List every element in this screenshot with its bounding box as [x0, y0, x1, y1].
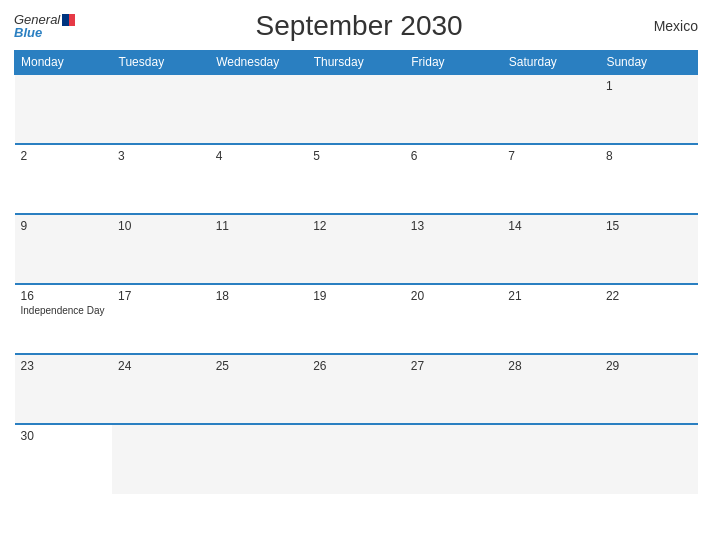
day-number: 19: [313, 289, 399, 303]
calendar-day-cell: 6: [405, 144, 503, 214]
calendar-container: General Blue September 2030 Mexico Monda…: [0, 0, 712, 550]
day-number: 5: [313, 149, 399, 163]
calendar-day-cell: 9: [15, 214, 113, 284]
calendar-day-cell: 22: [600, 284, 698, 354]
calendar-day-cell: 29: [600, 354, 698, 424]
day-number: 2: [21, 149, 107, 163]
calendar-day-cell: 21: [502, 284, 600, 354]
days-header-row: MondayTuesdayWednesdayThursdayFridaySatu…: [15, 51, 698, 75]
day-number: 7: [508, 149, 594, 163]
calendar-week-row: 30: [15, 424, 698, 494]
day-of-week-header: Sunday: [600, 51, 698, 75]
day-number: 29: [606, 359, 692, 373]
calendar-day-cell: [112, 74, 210, 144]
calendar-week-row: 16Independence Day171819202122: [15, 284, 698, 354]
calendar-grid: MondayTuesdayWednesdayThursdayFridaySatu…: [14, 50, 698, 494]
calendar-day-cell: [210, 74, 308, 144]
calendar-day-cell: 19: [307, 284, 405, 354]
calendar-day-cell: [210, 424, 308, 494]
calendar-day-cell: 14: [502, 214, 600, 284]
calendar-day-cell: [112, 424, 210, 494]
day-of-week-header: Saturday: [502, 51, 600, 75]
calendar-day-cell: [405, 424, 503, 494]
calendar-day-cell: 10: [112, 214, 210, 284]
calendar-week-row: 9101112131415: [15, 214, 698, 284]
calendar-day-cell: [600, 424, 698, 494]
day-number: 17: [118, 289, 204, 303]
day-number: 20: [411, 289, 497, 303]
day-number: 18: [216, 289, 302, 303]
calendar-week-row: 23242526272829: [15, 354, 698, 424]
day-number: 22: [606, 289, 692, 303]
calendar-day-cell: 27: [405, 354, 503, 424]
calendar-day-cell: 16Independence Day: [15, 284, 113, 354]
day-number: 26: [313, 359, 399, 373]
calendar-day-cell: 13: [405, 214, 503, 284]
calendar-day-cell: 24: [112, 354, 210, 424]
calendar-day-cell: 23: [15, 354, 113, 424]
day-of-week-header: Thursday: [307, 51, 405, 75]
calendar-day-cell: 20: [405, 284, 503, 354]
calendar-day-cell: 3: [112, 144, 210, 214]
calendar-day-cell: 1: [600, 74, 698, 144]
calendar-day-cell: 28: [502, 354, 600, 424]
calendar-header: General Blue September 2030 Mexico: [14, 10, 698, 42]
calendar-day-cell: 25: [210, 354, 308, 424]
day-number: 15: [606, 219, 692, 233]
day-number: 24: [118, 359, 204, 373]
day-number: 4: [216, 149, 302, 163]
day-number: 13: [411, 219, 497, 233]
calendar-day-cell: 12: [307, 214, 405, 284]
day-of-week-header: Friday: [405, 51, 503, 75]
calendar-day-cell: [15, 74, 113, 144]
calendar-day-cell: 30: [15, 424, 113, 494]
calendar-day-cell: 2: [15, 144, 113, 214]
day-number: 21: [508, 289, 594, 303]
calendar-day-cell: [307, 424, 405, 494]
day-number: 8: [606, 149, 692, 163]
calendar-day-cell: 11: [210, 214, 308, 284]
calendar-day-cell: [502, 74, 600, 144]
day-number: 1: [606, 79, 692, 93]
day-number: 9: [21, 219, 107, 233]
day-of-week-header: Monday: [15, 51, 113, 75]
logo: General Blue: [14, 13, 80, 39]
calendar-day-cell: [502, 424, 600, 494]
day-event: Independence Day: [21, 305, 107, 316]
calendar-day-cell: 5: [307, 144, 405, 214]
calendar-day-cell: [307, 74, 405, 144]
day-number: 16: [21, 289, 107, 303]
calendar-day-cell: 17: [112, 284, 210, 354]
country-label: Mexico: [638, 18, 698, 34]
calendar-day-cell: 4: [210, 144, 308, 214]
calendar-day-cell: 15: [600, 214, 698, 284]
day-number: 12: [313, 219, 399, 233]
calendar-day-cell: 26: [307, 354, 405, 424]
calendar-day-cell: [405, 74, 503, 144]
logo-flag-icon: [62, 14, 80, 26]
day-number: 10: [118, 219, 204, 233]
calendar-day-cell: 18: [210, 284, 308, 354]
calendar-week-row: 1: [15, 74, 698, 144]
day-number: 14: [508, 219, 594, 233]
day-number: 27: [411, 359, 497, 373]
day-number: 3: [118, 149, 204, 163]
day-number: 11: [216, 219, 302, 233]
calendar-day-cell: 8: [600, 144, 698, 214]
day-of-week-header: Wednesday: [210, 51, 308, 75]
day-number: 23: [21, 359, 107, 373]
day-number: 6: [411, 149, 497, 163]
logo-blue-text: Blue: [14, 26, 42, 39]
day-number: 30: [21, 429, 107, 443]
day-of-week-header: Tuesday: [112, 51, 210, 75]
day-number: 25: [216, 359, 302, 373]
calendar-day-cell: 7: [502, 144, 600, 214]
calendar-title: September 2030: [80, 10, 638, 42]
day-number: 28: [508, 359, 594, 373]
calendar-week-row: 2345678: [15, 144, 698, 214]
